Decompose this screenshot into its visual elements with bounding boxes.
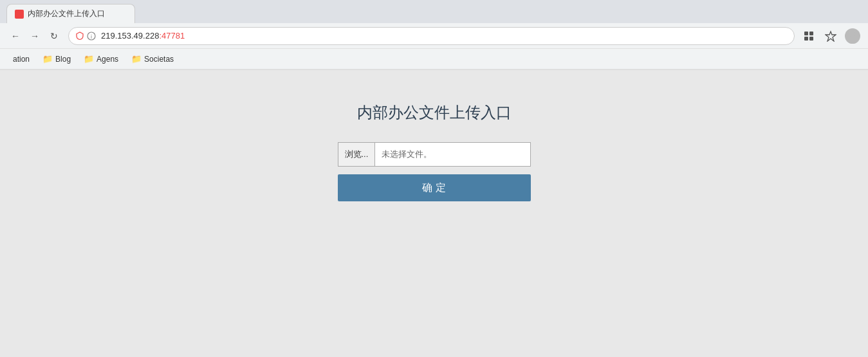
- bookmark-label-blog: Blog: [55, 55, 71, 64]
- svg-rect-2: [804, 32, 808, 35]
- address-host: 219.153.49.228: [101, 31, 159, 41]
- svg-rect-3: [809, 32, 813, 35]
- svg-rect-4: [804, 37, 808, 41]
- bookmark-item-ation[interactable]: ation: [8, 53, 35, 66]
- folder-icon-agens: 📁: [84, 54, 94, 64]
- bookmark-star-icon[interactable]: [823, 28, 838, 44]
- svg-text:i: i: [91, 33, 92, 40]
- bookmark-label-ation: ation: [13, 55, 30, 64]
- bookmark-item-societas[interactable]: 📁 Societas: [126, 52, 179, 66]
- page-title: 内部办公文件上传入口: [357, 102, 512, 123]
- bookmark-item-blog[interactable]: 📁 Blog: [37, 52, 76, 66]
- back-button[interactable]: ←: [8, 28, 23, 44]
- file-name-display: 未选择文件。: [375, 149, 438, 160]
- bookmarks-bar: ation 📁 Blog 📁 Agens 📁 Societas: [0, 49, 868, 69]
- folder-icon-societas: 📁: [131, 54, 142, 64]
- profile-avatar[interactable]: [845, 28, 860, 44]
- toolbar-right: [801, 28, 860, 44]
- bookmark-label-agens: Agens: [97, 55, 118, 64]
- nav-buttons: ← → ↻: [8, 28, 62, 44]
- folder-icon-blog: 📁: [42, 54, 53, 64]
- address-bar[interactable]: i 219.153.49.228:47781: [68, 27, 795, 45]
- active-tab[interactable]: 内部办公文件上传入口: [6, 4, 135, 23]
- bookmark-label-societas: Societas: [144, 55, 174, 64]
- submit-button[interactable]: 确 定: [338, 174, 531, 201]
- tab-bar: 内部办公文件上传入口: [0, 0, 868, 23]
- tab-favicon: [15, 10, 24, 19]
- bookmark-item-agens[interactable]: 📁 Agens: [78, 52, 124, 66]
- address-text: 219.153.49.228:47781: [101, 31, 185, 41]
- address-port: :47781: [159, 31, 185, 41]
- extensions-icon[interactable]: [801, 28, 817, 44]
- security-icons: i: [75, 32, 96, 41]
- svg-rect-5: [809, 37, 813, 41]
- svg-marker-6: [826, 32, 836, 41]
- shield-icon: [75, 32, 84, 41]
- tab-title: 内部办公文件上传入口: [28, 8, 105, 19]
- svg-point-7: [849, 31, 856, 37]
- file-input-wrapper: 浏览... 未选择文件。: [338, 142, 531, 167]
- upload-form: 浏览... 未选择文件。 确 定: [338, 142, 531, 201]
- svg-point-8: [847, 39, 858, 44]
- forward-button[interactable]: →: [27, 28, 42, 44]
- page-content: 内部办公文件上传入口 浏览... 未选择文件。 确 定: [0, 70, 868, 357]
- address-bar-row: ← → ↻ i 219.153.49.228:47781: [0, 23, 868, 49]
- reload-button[interactable]: ↻: [46, 28, 62, 44]
- info-icon: i: [87, 32, 96, 41]
- browse-button[interactable]: 浏览...: [338, 143, 376, 166]
